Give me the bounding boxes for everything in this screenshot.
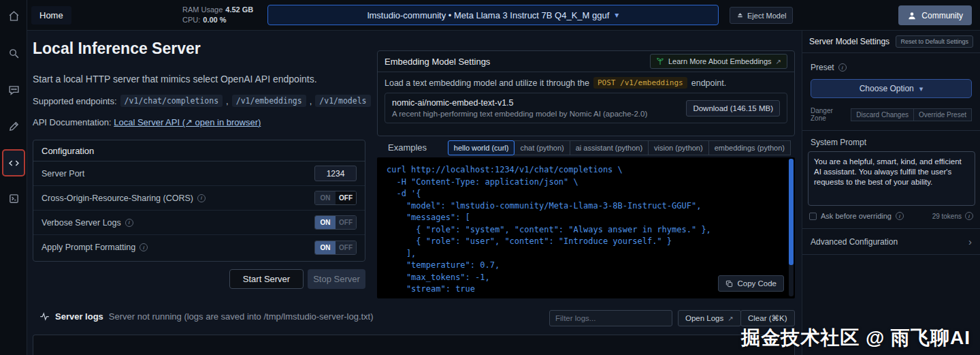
prompt-formatting-label: Apply Prompt Formatting [42, 243, 135, 252]
examples-tabs: hello world (curl) chat (python) ai assi… [448, 140, 791, 155]
info-icon[interactable]: i [965, 212, 973, 220]
community-icon [907, 11, 917, 20]
learn-more-embeddings-button[interactable]: Learn More About Embeddings ↗ [650, 54, 787, 69]
verbose-toggle-off[interactable]: OFF [336, 216, 356, 229]
choose-option-dropdown[interactable]: Choose Option ▾ [811, 79, 972, 98]
home-button[interactable]: Home [31, 6, 71, 25]
configuration-panel: Configuration Server Port Cross-Origin-R… [33, 140, 365, 262]
info-icon[interactable]: i [896, 212, 904, 220]
code-line: "temperature": 0.7, [387, 260, 781, 272]
download-embedding-button[interactable]: Download (146.15 MB) [686, 100, 780, 117]
tab-embeddings-python[interactable]: embeddings (python) [708, 140, 791, 155]
api-documentation: API Documentation: Local Server API (↗ o… [33, 117, 261, 127]
info-icon[interactable]: i [140, 243, 148, 251]
page-subtitle: Start a local HTTP server that mimics se… [33, 74, 317, 84]
model-selector-dropdown[interactable]: lmstudio-community • Meta Llama 3 Instru… [267, 5, 719, 25]
server-port-label: Server Port [42, 169, 84, 179]
server-port-input[interactable] [314, 166, 357, 181]
info-icon[interactable]: i [197, 194, 206, 202]
tab-ai-assistant-python[interactable]: ai assistant (python) [570, 140, 649, 155]
cors-toggle-on[interactable]: ON [315, 191, 336, 204]
api-doc-link[interactable]: Local Server API (↗ open in browser) [114, 117, 261, 127]
ask-before-overriding-checkbox[interactable] [809, 213, 817, 220]
reset-default-settings-button[interactable]: Reset to Default Settings [896, 35, 973, 48]
tab-chat-python[interactable]: chat (python) [514, 140, 570, 155]
external-link-icon: ↗ [776, 58, 781, 65]
server-logs-title: Server logs [55, 311, 103, 322]
server-port-row: Server Port [33, 161, 365, 186]
code-line: ], [387, 248, 781, 260]
advanced-configuration-row[interactable]: Advanced Configuration › [802, 229, 980, 254]
cors-toggle-off[interactable]: OFF [336, 191, 356, 204]
stop-server-button[interactable]: Stop Server [308, 269, 365, 289]
code-line: "messages": [ [387, 212, 781, 224]
server-model-settings-panel: Server Model Settings Reset to Default S… [802, 31, 980, 355]
chevron-right-icon: › [968, 236, 972, 247]
console-icon[interactable] [5, 190, 22, 206]
divider [802, 130, 980, 131]
danger-zone-row: Danger Zone Discard Changes Override Pre… [811, 107, 972, 122]
page-title: Local Inference Server [33, 40, 201, 58]
info-icon[interactable]: i [838, 63, 847, 72]
server-logs-status: Server not running (logs are saved into … [109, 311, 374, 322]
comma: , [226, 96, 229, 106]
tab-vision-python[interactable]: vision (python) [648, 140, 709, 155]
lm-studio-window: Home RAM Usage4.52 GB CPU:0.00 % lmstudi… [0, 0, 980, 355]
tab-hello-world-curl[interactable]: hello world (curl) [448, 140, 515, 155]
chevron-down-icon: ▾ [615, 10, 619, 20]
local-server-icon[interactable] [5, 155, 22, 171]
watermark: 掘金技术社区 @ 雨飞聊AI [741, 325, 970, 351]
embedding-settings-title: Embedding Model Settings [385, 57, 490, 67]
activity-icon [39, 311, 50, 322]
prompt-format-toggle-on[interactable]: ON [315, 241, 336, 254]
server-logs-output-panel [33, 335, 795, 355]
preset-label: Preset [811, 63, 834, 72]
start-server-button[interactable]: Start Server [229, 269, 304, 289]
code-line: { "role": "user", "content": "Introduce … [387, 236, 781, 248]
prompt-format-toggle-off[interactable]: OFF [336, 241, 356, 254]
divider [802, 254, 980, 255]
code-line: -d '{ [387, 188, 781, 200]
filter-logs-input[interactable] [549, 310, 672, 326]
verbose-logs-label: Verbose Server Logs [42, 218, 121, 228]
verbose-logs-row: Verbose Server Logs i ON OFF [33, 211, 365, 235]
system-prompt-label: System Prompt [811, 138, 972, 147]
ram-usage-label: RAM Usage [182, 5, 223, 14]
override-preset-button[interactable]: Override Preset [913, 108, 972, 121]
code-line: curl http://localhost:1234/v1/chat/compl… [387, 164, 781, 176]
code-line: { "role": "system", "content": "Always a… [387, 224, 781, 236]
open-logs-button[interactable]: Open Logs ↗ [678, 310, 741, 326]
endpoint-chip: /v1/embeddings [232, 95, 306, 107]
sidebar [0, 0, 27, 355]
seedling-icon [656, 57, 664, 65]
search-icon[interactable] [5, 45, 22, 61]
supported-endpoints: Supported endpoints: /v1/chat/completion… [33, 95, 371, 107]
api-doc-label: API Documentation: [33, 117, 112, 127]
cpu-value: 0.00 % [203, 16, 226, 24]
ask-before-overriding-label: Ask before overriding [821, 212, 892, 220]
comma: , [310, 96, 312, 106]
endpoints-label: Supported endpoints: [33, 96, 117, 106]
discard-changes-button[interactable]: Discard Changes [851, 108, 914, 121]
clear-logs-button[interactable]: Clear (⌘K) [740, 310, 795, 326]
examples-label: Examples [388, 142, 427, 153]
prompt-formatting-row: Apply Prompt Formatting i ON OFF [33, 235, 365, 260]
code-scrollbar-thumb[interactable] [789, 159, 794, 265]
system-stats: RAM Usage4.52 GB CPU:0.00 % [182, 5, 253, 25]
embedding-description: Load a text embedding model and utilize … [378, 72, 794, 93]
code-line: "model": "lmstudio-community/Meta-Llama-… [387, 200, 781, 213]
verbose-toggle-on[interactable]: ON [315, 216, 336, 229]
compose-icon[interactable] [5, 118, 22, 134]
system-prompt-textarea[interactable]: You are a helpful, smart, kind, and effi… [808, 151, 975, 206]
embedding-model-name: nomic-ai/nomic-embed-text-v1.5 [392, 98, 647, 108]
info-icon[interactable]: i [125, 219, 133, 227]
eject-icon [736, 12, 744, 19]
community-button[interactable]: Community [898, 5, 972, 25]
home-icon[interactable] [5, 7, 22, 24]
code-line: -H "Content-Type: application/json" \ [387, 176, 781, 189]
eject-model-button[interactable]: Eject Model [730, 7, 793, 24]
copy-code-button[interactable]: Copy Code [718, 275, 784, 292]
embedding-settings-panel: Embedding Model Settings Learn More Abou… [377, 50, 795, 136]
configuration-title: Configuration [33, 140, 365, 161]
chat-icon[interactable] [5, 82, 22, 98]
